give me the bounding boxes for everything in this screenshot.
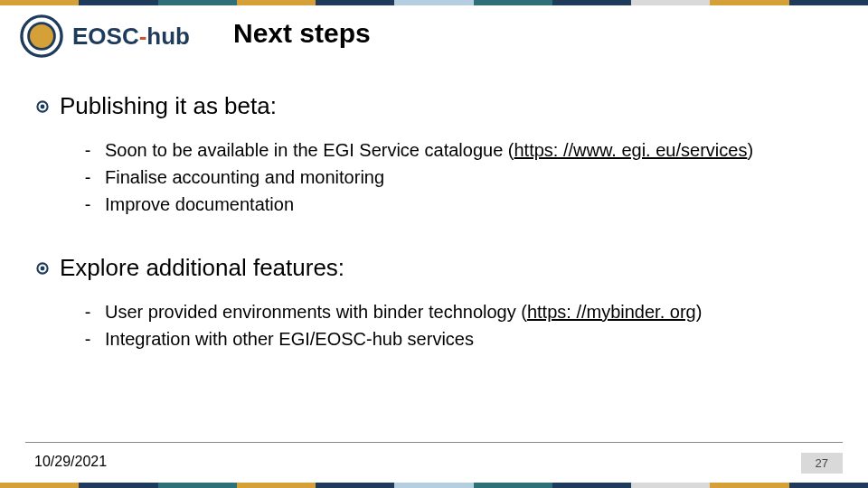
page-number: 27 — [801, 453, 843, 474]
list-item: -Improve documentation — [83, 191, 832, 218]
top-stripe — [0, 0, 868, 5]
svg-point-6 — [41, 266, 45, 270]
bottom-stripe — [0, 483, 868, 488]
section-publishing: Publishing it as beta: - Soon to be avai… — [36, 92, 832, 218]
footer-divider — [25, 442, 843, 443]
list-item: -Integration with other EGI/EOSC-hub ser… — [83, 325, 832, 352]
eosc-hub-logo-icon — [20, 14, 63, 58]
list-item: - User provided environments with binder… — [83, 298, 832, 325]
bullet-icon — [36, 100, 49, 113]
slide-body: Publishing it as beta: - Soon to be avai… — [36, 92, 832, 389]
slide-title: Next steps — [233, 18, 371, 49]
svg-point-4 — [41, 104, 45, 108]
footer-date: 10/29/2021 — [34, 454, 107, 470]
eosc-hub-logo-text: EOSC-hub — [72, 23, 190, 51]
section-heading: Explore additional features: — [60, 254, 344, 282]
section-heading: Publishing it as beta: — [60, 92, 277, 120]
list-item: - Soon to be available in the EGI Servic… — [83, 136, 832, 164]
list-item: -Finalise accounting and monitoring — [83, 164, 832, 191]
bullet-icon — [36, 262, 49, 275]
mybinder-link[interactable]: https: //mybinder. org — [527, 302, 696, 322]
egi-services-link[interactable]: https: //www. egi. eu/services — [514, 140, 748, 160]
section-explore: Explore additional features: - User prov… — [36, 254, 832, 352]
